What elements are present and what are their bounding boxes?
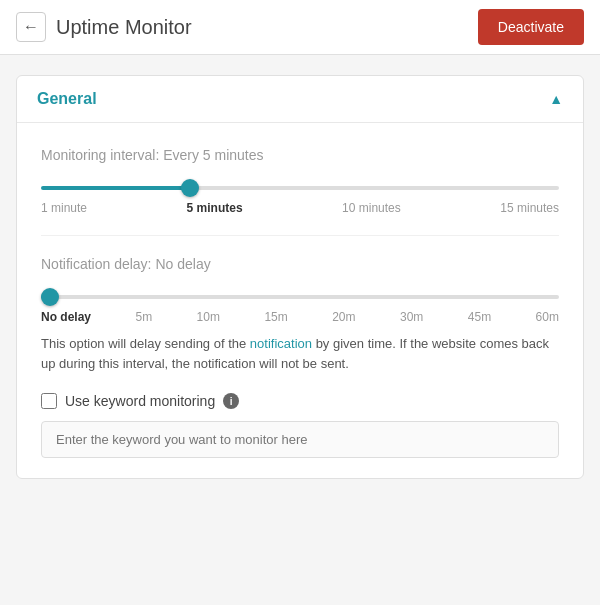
keyword-input[interactable] [41,421,559,458]
card-header: General ▲ [17,76,583,123]
header-left: ← Uptime Monitor [16,12,192,42]
monitoring-interval-marks: 1 minute 5 minutes 10 minutes 15 minutes [41,201,559,215]
card-title: General [37,90,97,108]
page-title: Uptime Monitor [56,16,192,39]
mark-30m: 30m [400,310,423,324]
notification-delay-label: Notification delay: No delay [41,256,559,272]
mark-1min: 1 minute [41,201,87,215]
notification-delay-slider[interactable] [41,295,559,299]
deactivate-button[interactable]: Deactivate [478,9,584,45]
mark-15m: 15m [264,310,287,324]
mark-60m: 60m [536,310,559,324]
notification-delay-marks: No delay 5m 10m 15m 20m 30m 45m 60m [41,310,559,324]
mark-no-delay: No delay [41,310,91,324]
mark-10m: 10m [197,310,220,324]
mark-10min: 10 minutes [342,201,401,215]
keyword-monitoring-section: Use keyword monitoring i [41,393,559,458]
mark-5m: 5m [135,310,152,324]
back-button[interactable]: ← [16,12,46,42]
monitoring-interval-label: Monitoring interval: Every 5 minutes [41,147,559,163]
monitoring-interval-slider[interactable] [41,186,559,190]
section-divider [41,235,559,236]
general-card: General ▲ Monitoring interval: Every 5 m… [16,75,584,479]
card-body: Monitoring interval: Every 5 minutes 1 m… [17,123,583,478]
keyword-checkbox-row: Use keyword monitoring i [41,393,559,409]
monitoring-interval-slider-container [41,177,559,193]
notification-delay-slider-container [41,286,559,302]
chevron-up-icon[interactable]: ▲ [549,91,563,107]
keyword-info-icon[interactable]: i [223,393,239,409]
keyword-monitoring-label: Use keyword monitoring [65,393,215,409]
mark-5min-active: 5 minutes [187,201,243,215]
mark-15min: 15 minutes [500,201,559,215]
mark-45m: 45m [468,310,491,324]
page-header: ← Uptime Monitor Deactivate [0,0,600,55]
keyword-monitoring-checkbox[interactable] [41,393,57,409]
notification-link: notification [250,336,312,351]
mark-20m: 20m [332,310,355,324]
main-content: General ▲ Monitoring interval: Every 5 m… [0,55,600,499]
notification-delay-info: This option will delay sending of the no… [41,334,559,373]
